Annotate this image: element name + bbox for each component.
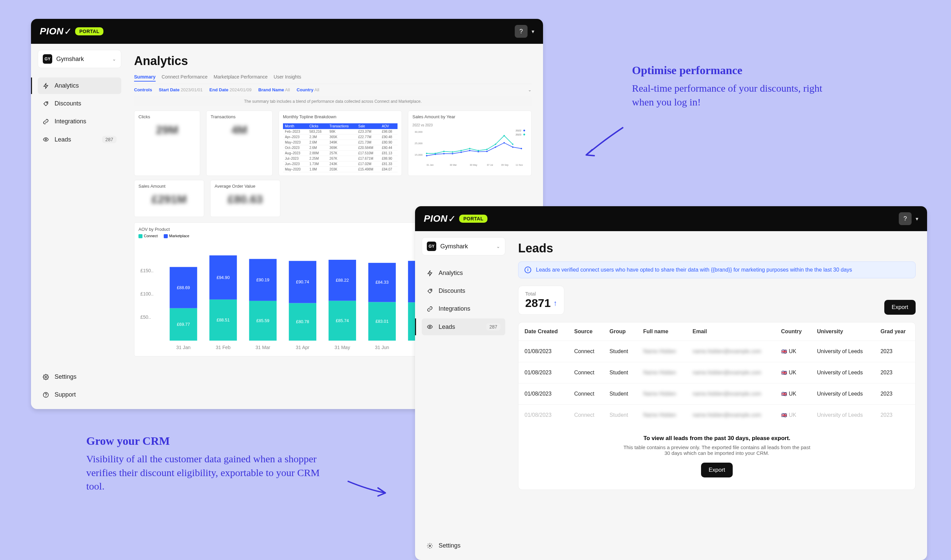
expand-filters[interactable]: ⌄ (528, 87, 532, 92)
stat-value: £80.63 (215, 193, 276, 206)
brand-filter-value: All (285, 87, 290, 92)
svg-text:£94.90: £94.90 (217, 275, 230, 280)
help-button[interactable]: ? (899, 212, 912, 225)
country-filter-label[interactable]: Country (297, 87, 314, 92)
nav-leads[interactable]: Leads 287 (422, 318, 505, 335)
svg-text:31 Apr: 31 Apr (296, 345, 309, 350)
flag-icon: 🇬🇧 (781, 349, 787, 354)
nav-analytics[interactable]: Analytics (422, 265, 505, 282)
nav-leads[interactable]: Leads 287 (38, 131, 121, 148)
nav: Analytics Discounts Integrations Leads 2… (38, 77, 121, 148)
stat-label: Sales Amount (138, 184, 200, 189)
brand: PION ✓ PORTAL (424, 213, 488, 225)
table-row: 01/08/2023ConnectStudentName Hiddenname.… (519, 341, 915, 362)
nav-integrations[interactable]: Integrations (38, 113, 121, 130)
stat-clicks: Clicks 29M (134, 111, 200, 176)
table-header: Email (686, 323, 775, 341)
nav-settings[interactable]: Settings (38, 369, 121, 385)
svg-text:25,000: 25,000 (415, 142, 422, 145)
nav-badge: 287 (102, 136, 117, 143)
org-avatar: GY (43, 54, 52, 64)
nav-label: Integrations (55, 118, 86, 125)
filters-row: Controls Start Date 2023/01/01 End Date … (134, 87, 532, 92)
svg-text:£88.51: £88.51 (217, 318, 230, 323)
nav-discounts[interactable]: Discounts (422, 283, 505, 299)
export-button[interactable]: Export (701, 463, 732, 477)
svg-point-27 (486, 149, 488, 150)
topbar-actions: ? ▾ (515, 25, 534, 38)
bolt-icon (42, 83, 49, 89)
nav-settings[interactable]: Settings (422, 537, 505, 554)
chevron-down-icon[interactable]: ▾ (916, 215, 918, 222)
svg-point-0 (46, 102, 47, 103)
svg-text:£85.59: £85.59 (256, 318, 269, 323)
line-chart: 30,000 25,000 15,000 01 Jan30 Mar30 May0… (412, 127, 527, 167)
tab-summary[interactable]: Summary (134, 74, 155, 82)
page-title: Analytics (134, 54, 532, 68)
svg-point-28 (495, 143, 496, 145)
svg-text:£80.78: £80.78 (296, 320, 309, 325)
flag-icon: 🇬🇧 (781, 370, 787, 375)
svg-point-13 (469, 150, 471, 151)
table-header: Source (568, 323, 604, 341)
org-name: Gymshark (56, 55, 108, 63)
annotation-crm: Grow your CRM Visibility of all the cust… (86, 435, 335, 493)
brand-logo: PION (40, 26, 63, 37)
legend-label: Connect (144, 234, 158, 238)
stat-label: Clicks (138, 114, 196, 119)
nav-label: Settings (439, 542, 460, 549)
help-icon (42, 392, 49, 398)
start-date-label[interactable]: Start Date (158, 87, 179, 92)
svg-point-11 (452, 153, 453, 154)
sidebar: GY Gymshark ⌄ Analytics Discounts Integr… (31, 44, 128, 409)
svg-text:£150..: £150.. (140, 268, 154, 273)
org-switcher[interactable]: GY Gymshark ⌄ (422, 237, 505, 255)
export-button[interactable]: Export (884, 300, 916, 315)
tab-connect[interactable]: Connect Performance (162, 74, 208, 82)
footer-subtitle: This table contains a preview only. The … (623, 445, 811, 456)
svg-point-12 (460, 152, 462, 153)
svg-point-20 (426, 152, 428, 154)
tab-marketplace[interactable]: Marketplace Performance (214, 74, 268, 82)
org-name: Gymshark (440, 243, 492, 250)
table-row: 01/08/2023ConnectStudentName Hiddenname.… (519, 405, 915, 426)
check-icon: ✓ (448, 213, 456, 225)
nav-support[interactable]: Support (38, 386, 121, 403)
end-date-label[interactable]: End Date (209, 87, 228, 92)
annotation-body: Visibility of all the customer data gain… (86, 452, 335, 493)
svg-text:31 Feb: 31 Feb (215, 345, 231, 350)
nav-integrations[interactable]: Integrations (422, 300, 505, 317)
nav-label: Discounts (439, 288, 465, 294)
svg-text:£84.33: £84.33 (375, 280, 389, 285)
svg-point-10 (443, 153, 445, 154)
tab-insights[interactable]: User Insights (274, 74, 301, 82)
brand-logo: PION (424, 213, 447, 224)
brand-filter-label[interactable]: Brand Name (259, 87, 284, 92)
org-switcher[interactable]: GY Gymshark ⌄ (38, 50, 121, 68)
svg-point-25 (469, 148, 471, 149)
chevron-down-icon: ⌄ (112, 56, 116, 62)
svg-text:31 Jan: 31 Jan (176, 345, 190, 350)
svg-point-23 (452, 151, 453, 152)
total-label: Total (525, 291, 557, 297)
chevron-down-icon[interactable]: ▾ (532, 28, 534, 35)
stat-transactions: Transactions 4M (206, 111, 272, 176)
svg-point-29 (504, 135, 505, 136)
org-avatar: GY (427, 242, 436, 251)
summary-note: The summary tab includes a blend of perf… (134, 96, 532, 106)
svg-text:30 May: 30 May (470, 164, 478, 166)
page-title: Leads (518, 241, 916, 255)
topbar: PION ✓ PORTAL ? ▾ (31, 19, 543, 44)
nav-discounts[interactable]: Discounts (38, 95, 121, 112)
country-filter-value: All (314, 87, 319, 92)
svg-point-8 (426, 155, 428, 156)
svg-point-15 (486, 151, 488, 152)
svg-point-30 (512, 143, 513, 145)
svg-text:2022: 2022 (516, 129, 522, 132)
svg-text:15,000: 15,000 (415, 153, 422, 156)
nav-analytics[interactable]: Analytics (38, 77, 121, 94)
svg-point-24 (460, 150, 462, 151)
svg-text:£90.74: £90.74 (296, 280, 309, 285)
check-icon: ✓ (64, 26, 72, 37)
help-button[interactable]: ? (515, 25, 528, 38)
